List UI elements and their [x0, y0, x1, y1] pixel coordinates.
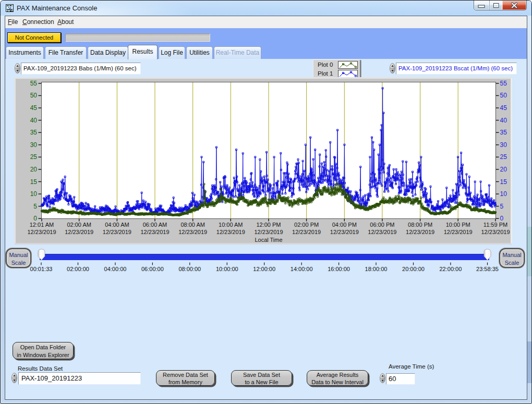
svg-text:25: 25 — [500, 153, 507, 161]
svg-text:12/23/2019: 12/23/2019 — [103, 229, 131, 235]
svg-text:Local Time: Local Time — [255, 237, 282, 243]
svg-text:20: 20 — [30, 166, 38, 173]
svg-text:02:00 PM: 02:00 PM — [294, 222, 319, 228]
svg-text:15: 15 — [30, 178, 38, 186]
svg-text:02:00 AM: 02:00 AM — [67, 222, 91, 228]
svg-text:14:00:00: 14:00:00 — [291, 266, 313, 272]
svg-text:12/23/2019: 12/23/2019 — [330, 229, 359, 235]
svg-text:12:00 PM: 12:00 PM — [256, 222, 281, 228]
svg-text:10:00:00: 10:00:00 — [216, 266, 238, 272]
svg-text:06:00 AM: 06:00 AM — [143, 222, 167, 228]
svg-text:11:59 PM: 11:59 PM — [483, 222, 507, 228]
svg-text:04:00 PM: 04:00 PM — [332, 222, 357, 228]
svg-text:50: 50 — [500, 92, 507, 99]
svg-text:08:00 PM: 08:00 PM — [408, 222, 432, 228]
svg-text:06:00 PM: 06:00 PM — [370, 222, 394, 228]
svg-text:12/23/2019: 12/23/2019 — [481, 229, 510, 235]
svg-text:45: 45 — [30, 104, 38, 112]
svg-text:12/23/2019: 12/23/2019 — [216, 229, 245, 235]
svg-text:55: 55 — [500, 80, 507, 87]
svg-text:10: 10 — [500, 190, 507, 198]
svg-text:20: 20 — [500, 166, 507, 173]
svg-text:35: 35 — [500, 129, 507, 136]
svg-text:50: 50 — [30, 92, 38, 99]
svg-text:00:01:33: 00:01:33 — [30, 266, 53, 272]
svg-text:40: 40 — [500, 117, 507, 124]
svg-text:04:00 AM: 04:00 AM — [105, 222, 129, 228]
svg-text:02:00:00: 02:00:00 — [67, 266, 89, 272]
svg-text:10: 10 — [30, 190, 38, 198]
svg-text:04:00:00: 04:00:00 — [104, 266, 127, 272]
svg-text:12/23/2019: 12/23/2019 — [406, 229, 434, 235]
svg-text:16:00:00: 16:00:00 — [328, 266, 350, 272]
svg-text:35: 35 — [30, 129, 38, 136]
svg-text:12/23/2019: 12/23/2019 — [140, 229, 169, 235]
svg-text:23:58:35: 23:58:35 — [476, 266, 499, 272]
svg-text:12:01 AM: 12:01 AM — [30, 222, 54, 228]
svg-text:22:00:00: 22:00:00 — [439, 266, 462, 272]
svg-text:18:00:00: 18:00:00 — [365, 266, 388, 272]
svg-text:12/23/2019: 12/23/2019 — [368, 229, 396, 235]
svg-text:5: 5 — [33, 203, 37, 210]
svg-text:45: 45 — [500, 104, 507, 112]
svg-text:30: 30 — [500, 141, 507, 149]
svg-text:08:00 AM: 08:00 AM — [180, 222, 204, 228]
svg-text:55: 55 — [30, 80, 38, 87]
svg-text:08:00:00: 08:00:00 — [178, 266, 201, 272]
svg-text:10:00 AM: 10:00 AM — [219, 222, 243, 228]
svg-text:25: 25 — [30, 153, 38, 161]
svg-text:12/23/2019: 12/23/2019 — [254, 229, 283, 235]
svg-text:12/23/2019: 12/23/2019 — [178, 229, 207, 235]
svg-text:12/23/2019: 12/23/2019 — [27, 229, 56, 235]
svg-text:20:00:00: 20:00:00 — [402, 266, 425, 272]
svg-text:15: 15 — [500, 178, 507, 186]
svg-text:12:00:00: 12:00:00 — [253, 266, 275, 272]
svg-text:06:00:00: 06:00:00 — [141, 266, 164, 272]
svg-text:30: 30 — [30, 141, 38, 149]
svg-text:5: 5 — [500, 203, 504, 210]
svg-text:12/23/2019: 12/23/2019 — [292, 229, 321, 235]
svg-text:40: 40 — [30, 117, 38, 124]
svg-text:10:00 PM: 10:00 PM — [446, 222, 470, 228]
svg-text:12/23/2019: 12/23/2019 — [65, 229, 93, 235]
svg-text:12/23/2019: 12/23/2019 — [444, 229, 473, 235]
